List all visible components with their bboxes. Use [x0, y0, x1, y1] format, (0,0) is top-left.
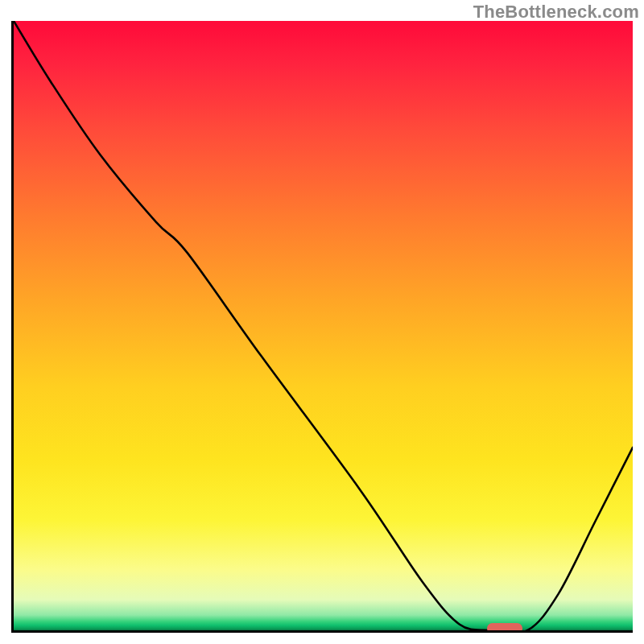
bottleneck-curve	[14, 21, 633, 630]
plot-area	[11, 21, 633, 633]
chart-container: TheBottleneck.com	[0, 0, 644, 644]
watermark-text: TheBottleneck.com	[473, 2, 639, 23]
minimum-marker	[487, 623, 522, 633]
